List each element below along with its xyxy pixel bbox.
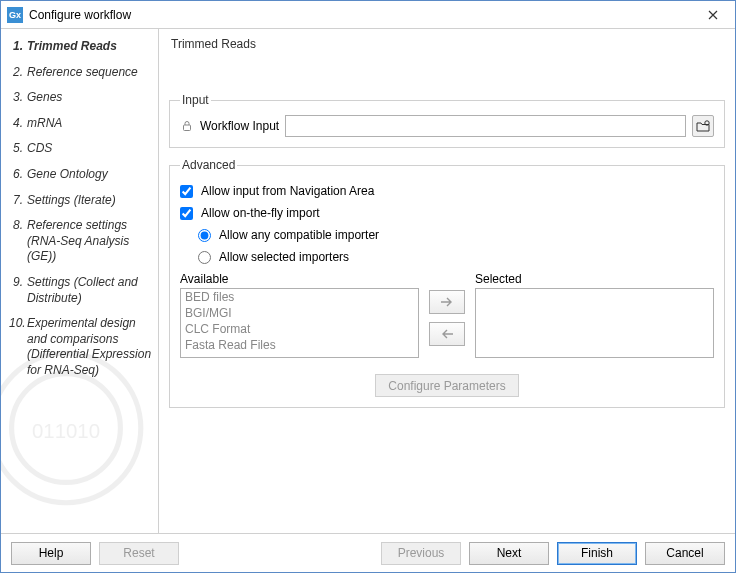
allow-selected-label: Allow selected importers bbox=[219, 250, 349, 264]
page-title: Trimmed Reads bbox=[169, 37, 725, 51]
selected-listbox[interactable] bbox=[475, 288, 714, 358]
close-icon bbox=[708, 10, 718, 20]
footer: Help Reset Previous Next Finish Cancel bbox=[1, 534, 735, 572]
wizard-step[interactable]: 7.Settings (Iterate) bbox=[9, 193, 154, 209]
allow-any-radio[interactable] bbox=[198, 229, 211, 242]
step-label: Gene Ontology bbox=[27, 167, 154, 183]
svg-text:011010: 011010 bbox=[32, 420, 100, 442]
main-panel: Trimmed Reads Input Workflow Input Advan… bbox=[159, 29, 735, 533]
step-label: mRNA bbox=[27, 116, 154, 132]
wizard-step[interactable]: 3.Genes bbox=[9, 90, 154, 106]
wizard-step[interactable]: 4.mRNA bbox=[9, 116, 154, 132]
step-number: 5. bbox=[9, 141, 27, 157]
svg-rect-3 bbox=[184, 125, 191, 131]
close-button[interactable] bbox=[693, 2, 733, 28]
titlebar: Gx Configure workflow bbox=[1, 1, 735, 29]
step-number: 8. bbox=[9, 218, 27, 265]
step-number: 7. bbox=[9, 193, 27, 209]
step-number: 2. bbox=[9, 65, 27, 81]
step-label: Settings (Iterate) bbox=[27, 193, 154, 209]
allow-any-radio-row[interactable]: Allow any compatible importer bbox=[198, 228, 714, 242]
body: 011010 1.Trimmed Reads2.Reference sequen… bbox=[1, 29, 735, 534]
wizard-step[interactable]: 9.Settings (Collect and Distribute) bbox=[9, 275, 154, 306]
step-number: 10. bbox=[9, 316, 27, 378]
svg-point-0 bbox=[12, 374, 121, 483]
step-label: Genes bbox=[27, 90, 154, 106]
list-item[interactable]: CLC Format bbox=[181, 321, 418, 337]
step-number: 6. bbox=[9, 167, 27, 183]
step-label: Reference settings (RNA-Seq Analysis (GE… bbox=[27, 218, 154, 265]
allow-fly-checkbox-row[interactable]: Allow on-the-fly import bbox=[180, 206, 714, 220]
step-number: 9. bbox=[9, 275, 27, 306]
window: Gx Configure workflow 011010 1.Trimmed R… bbox=[0, 0, 736, 573]
allow-any-label: Allow any compatible importer bbox=[219, 228, 379, 242]
wizard-step[interactable]: 5.CDS bbox=[9, 141, 154, 157]
configure-parameters-button: Configure Parameters bbox=[375, 374, 518, 397]
wizard-step[interactable]: 6.Gene Ontology bbox=[9, 167, 154, 183]
allow-nav-checkbox[interactable] bbox=[180, 185, 193, 198]
allow-nav-label: Allow input from Navigation Area bbox=[201, 184, 374, 198]
step-label: Settings (Collect and Distribute) bbox=[27, 275, 154, 306]
arrow-left-icon bbox=[440, 329, 454, 339]
workflow-input-label: Workflow Input bbox=[200, 119, 279, 133]
allow-selected-radio-row[interactable]: Allow selected importers bbox=[198, 250, 714, 264]
allow-nav-checkbox-row[interactable]: Allow input from Navigation Area bbox=[180, 184, 714, 198]
step-number: 3. bbox=[9, 90, 27, 106]
available-label: Available bbox=[180, 272, 419, 286]
finish-button[interactable]: Finish bbox=[557, 542, 637, 565]
wizard-step[interactable]: 2.Reference sequence bbox=[9, 65, 154, 81]
previous-button: Previous bbox=[381, 542, 461, 565]
app-icon: Gx bbox=[7, 7, 23, 23]
selected-label: Selected bbox=[475, 272, 714, 286]
step-label: Trimmed Reads bbox=[27, 39, 154, 55]
browse-folder-icon bbox=[696, 119, 710, 133]
next-button[interactable]: Next bbox=[469, 542, 549, 565]
step-label: Reference sequence bbox=[27, 65, 154, 81]
step-number: 1. bbox=[9, 39, 27, 55]
cancel-button[interactable]: Cancel bbox=[645, 542, 725, 565]
step-label: Experimental design and comparisons (Dif… bbox=[27, 316, 154, 378]
input-group: Input Workflow Input bbox=[169, 93, 725, 148]
arrow-right-icon bbox=[440, 297, 454, 307]
lock-icon bbox=[180, 119, 194, 133]
workflow-input-field[interactable] bbox=[285, 115, 686, 137]
wizard-step[interactable]: 1.Trimmed Reads bbox=[9, 39, 154, 55]
list-item[interactable]: Fasta Read Files bbox=[181, 337, 418, 353]
browse-button[interactable] bbox=[692, 115, 714, 137]
step-label: CDS bbox=[27, 141, 154, 157]
move-right-button[interactable] bbox=[429, 290, 465, 314]
allow-fly-label: Allow on-the-fly import bbox=[201, 206, 320, 220]
available-listbox[interactable]: BED filesBGI/MGICLC FormatFasta Read Fil… bbox=[180, 288, 419, 358]
wizard-step[interactable]: 10.Experimental design and comparisons (… bbox=[9, 316, 154, 378]
allow-selected-radio[interactable] bbox=[198, 251, 211, 264]
advanced-group: Advanced Allow input from Navigation Are… bbox=[169, 158, 725, 408]
wizard-step[interactable]: 8.Reference settings (RNA-Seq Analysis (… bbox=[9, 218, 154, 265]
wizard-steps-sidebar: 011010 1.Trimmed Reads2.Reference sequen… bbox=[1, 29, 159, 533]
input-legend: Input bbox=[180, 93, 211, 107]
list-item[interactable]: BGI/MGI bbox=[181, 305, 418, 321]
advanced-legend: Advanced bbox=[180, 158, 237, 172]
step-number: 4. bbox=[9, 116, 27, 132]
move-left-button[interactable] bbox=[429, 322, 465, 346]
allow-fly-checkbox[interactable] bbox=[180, 207, 193, 220]
reset-button: Reset bbox=[99, 542, 179, 565]
window-title: Configure workflow bbox=[29, 8, 693, 22]
list-item[interactable]: BED files bbox=[181, 289, 418, 305]
importer-picker: Available BED filesBGI/MGICLC FormatFast… bbox=[180, 272, 714, 358]
help-button[interactable]: Help bbox=[11, 542, 91, 565]
